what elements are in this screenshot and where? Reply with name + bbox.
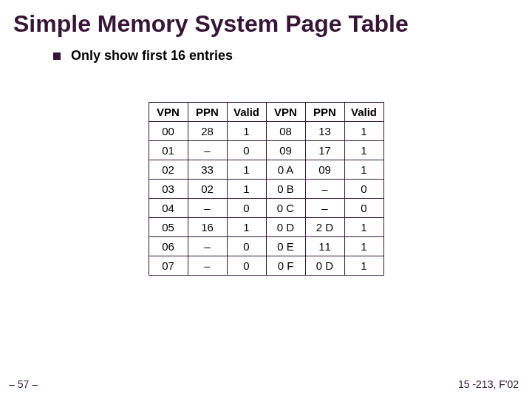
course-label: 15 -213, F'02: [458, 378, 519, 390]
table-cell: 01: [149, 141, 188, 160]
table-cell: 03: [149, 180, 188, 199]
table-cell: 2 D: [305, 218, 344, 237]
table-row: 023310 A091: [149, 160, 383, 180]
table-cell: 0: [344, 180, 383, 199]
table-header: VPN: [266, 103, 305, 122]
table-row: 01–009171: [149, 141, 383, 160]
table-cell: 07: [149, 256, 188, 276]
table-header: PPN: [305, 103, 344, 122]
table-cell: 0 E: [266, 237, 305, 256]
page-number: – 57 –: [9, 378, 38, 390]
table-cell: 0 D: [266, 218, 305, 237]
table-cell: 0 D: [305, 256, 344, 276]
table-cell: –: [305, 180, 344, 199]
bullet-icon: [53, 52, 61, 60]
table-cell: 0: [227, 199, 266, 218]
table-cell: 16: [188, 218, 227, 237]
table-cell: 13: [305, 122, 344, 141]
table-cell: 00: [149, 122, 188, 141]
table-header: Valid: [227, 103, 266, 122]
page-table: VPNPPNValidVPNPPNValid 002810813101–0091…: [149, 102, 384, 276]
footer: – 57 – 15 -213, F'02: [0, 378, 532, 390]
table-cell: 02: [149, 160, 188, 180]
table-row: 051610 D2 D1: [149, 218, 383, 237]
table-cell: 1: [344, 218, 383, 237]
table-cell: 09: [266, 141, 305, 160]
table-header: VPN: [149, 103, 188, 122]
table-cell: –: [188, 256, 227, 276]
table-cell: 33: [188, 160, 227, 180]
table-container: VPNPPNValidVPNPPNValid 002810813101–0091…: [0, 102, 532, 276]
table-cell: 17: [305, 141, 344, 160]
table-cell: –: [188, 141, 227, 160]
table-cell: 1: [227, 218, 266, 237]
table-cell: 11: [305, 237, 344, 256]
table-cell: 1: [227, 180, 266, 199]
subtitle-row: Only show first 16 entries: [0, 48, 532, 64]
table-header: Valid: [344, 103, 383, 122]
table-cell: 0 B: [266, 180, 305, 199]
table-row: 030210 B–0: [149, 180, 383, 199]
table-cell: 06: [149, 237, 188, 256]
table-cell: 1: [344, 122, 383, 141]
table-cell: –: [305, 199, 344, 218]
table-cell: 0 A: [266, 160, 305, 180]
table-cell: 02: [188, 180, 227, 199]
table-cell: 1: [227, 160, 266, 180]
table-row: 07–00 F0 D1: [149, 256, 383, 276]
table-header: PPN: [188, 103, 227, 122]
table-row: 06–00 E111: [149, 237, 383, 256]
subtitle-text: Only show first 16 entries: [71, 48, 233, 64]
table-cell: 0 C: [266, 199, 305, 218]
table-cell: 28: [188, 122, 227, 141]
table-cell: 0: [227, 237, 266, 256]
table-cell: 0: [344, 199, 383, 218]
table-cell: 0: [227, 141, 266, 160]
table-cell: 0: [227, 256, 266, 276]
table-cell: 1: [344, 256, 383, 276]
table-cell: –: [188, 237, 227, 256]
table-row: 04–00 C–0: [149, 199, 383, 218]
table-cell: 1: [227, 122, 266, 141]
table-cell: 1: [344, 141, 383, 160]
table-cell: 1: [344, 237, 383, 256]
table-cell: –: [188, 199, 227, 218]
table-row: 0028108131: [149, 122, 383, 141]
table-cell: 08: [266, 122, 305, 141]
table-cell: 1: [344, 160, 383, 180]
table-cell: 0 F: [266, 256, 305, 276]
table-cell: 09: [305, 160, 344, 180]
table-cell: 05: [149, 218, 188, 237]
table-cell: 04: [149, 199, 188, 218]
slide-title: Simple Memory System Page Table: [0, 0, 532, 45]
